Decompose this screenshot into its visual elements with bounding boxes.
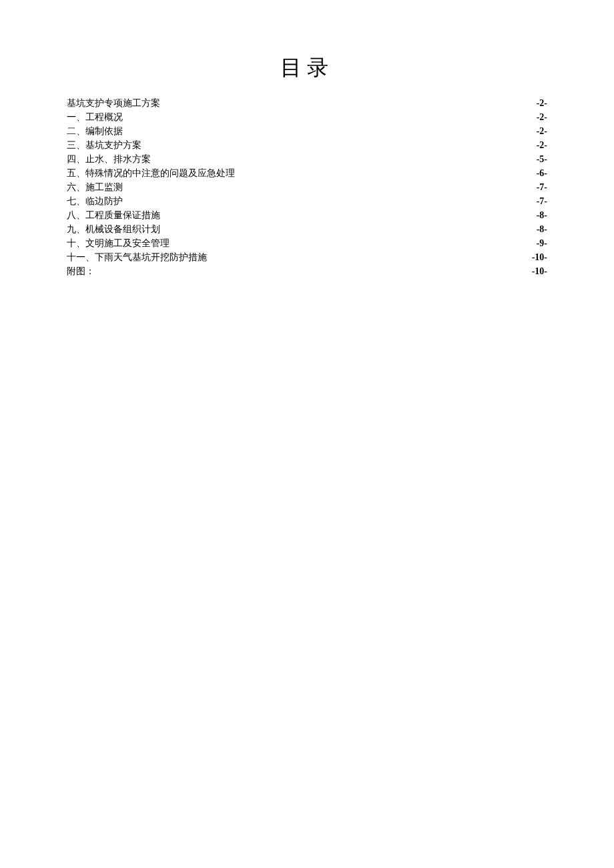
toc-page-number: -5- [537,152,547,166]
toc-entry: 十、文明施工及安全管理 -9- [67,236,547,250]
toc-entry: 四、止水、排水方案 -5- [67,152,547,166]
toc-page-number: -8- [537,208,547,222]
toc-page-number: -6- [537,166,547,180]
toc-entry: 八、工程质量保证措施 -8- [67,208,547,222]
toc-entry: 二、编制依据 -2- [67,124,547,138]
toc-label: 九、机械设备组织计划 [67,222,160,236]
toc-page-number: -2- [537,124,547,138]
toc-label: 八、工程质量保证措施 [67,208,160,222]
toc-entry: 三、基坑支护方案 -2- [67,138,547,152]
toc-entry: 六、施工监测 -7- [67,180,547,194]
toc-entry: 附图： -10- [67,264,547,278]
toc-page-number: -7- [537,180,547,194]
toc-page-number: -9- [537,236,547,250]
toc-label: 十一、下雨天气基坑开挖防护措施 [67,250,207,264]
toc-label: 五、特殊情况的中注意的问题及应急处理 [67,166,235,180]
toc-label: 六、施工监测 [67,180,123,194]
toc-label: 十、文明施工及安全管理 [67,236,170,250]
toc-page-number: -8- [537,222,547,236]
toc-page-number: -2- [537,96,547,110]
toc-page-number: -10- [532,264,547,278]
toc-entry: 五、特殊情况的中注意的问题及应急处理 -6- [67,166,547,180]
toc-page-number: -10- [532,250,547,264]
toc-label: 七、临边防护 [67,194,123,208]
toc-label: 四、止水、排水方案 [67,152,151,166]
toc-label: 基坑支护专项施工方案 [67,96,160,110]
toc-page-number: -2- [537,110,547,124]
toc-entry: 九、机械设备组织计划 -8- [67,222,547,236]
document-title: 目录 [67,53,547,83]
toc-entry: 十一、下雨天气基坑开挖防护措施 -10- [67,250,547,264]
toc-entry: 基坑支护专项施工方案 -2- [67,96,547,110]
toc-label: 一、工程概况 [67,110,123,124]
toc-label: 二、编制依据 [67,124,123,138]
toc-label: 三、基坑支护方案 [67,138,141,152]
toc-entry: 一、工程概况 -2- [67,110,547,124]
toc-entry: 七、临边防护 -7- [67,194,547,208]
toc-page-number: -7- [537,194,547,208]
toc-page-number: -2- [537,138,547,152]
toc-label: 附图： [67,264,95,278]
table-of-contents: 基坑支护专项施工方案 -2- 一、工程概况 -2- 二、编制依据 -2- 三、基… [67,96,547,278]
